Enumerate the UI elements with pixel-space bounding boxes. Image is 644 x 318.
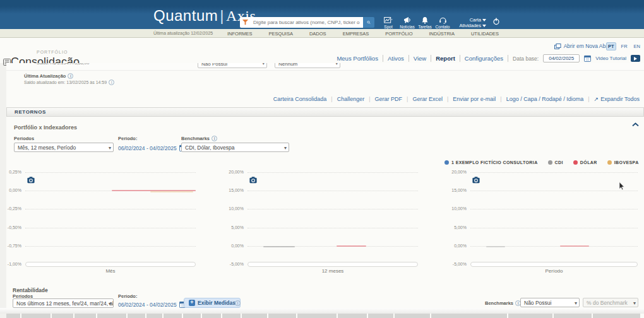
table-header-cell[interactable] xyxy=(146,314,162,318)
y-axis-tick-label: 15,00% xyxy=(218,188,244,192)
menubar-item-utilidades[interactable]: UTILIDADES xyxy=(471,31,499,37)
quick-item-noticias[interactable]: Notícias xyxy=(398,16,417,29)
exibir-medidas-button[interactable]: Exibir Medidas xyxy=(184,298,241,308)
section-eyebrow: PORTFÓLIO xyxy=(37,50,68,54)
quick-item-tarefas[interactable]: Tarefas xyxy=(415,16,434,29)
data-base-input[interactable] xyxy=(543,54,580,62)
rent-periodo-daterange[interactable]: 06/02/2024 - 04/02/2025 xyxy=(118,301,186,308)
table-header-cell[interactable] xyxy=(21,314,51,318)
table-header-cell[interactable] xyxy=(6,314,20,318)
table-header-cell[interactable] xyxy=(202,314,221,318)
tab-ativos[interactable]: Ativos xyxy=(388,55,404,62)
quick-item-spot[interactable]: Spot xyxy=(379,16,398,29)
info-icon[interactable] xyxy=(109,80,114,85)
rent-periodos-select[interactable]: Nos últimos 12 meses, fev/24, mar/24, ab… xyxy=(13,298,114,308)
legend-item-d-lar[interactable]: DÓLAR xyxy=(573,160,597,165)
y-axis-tick-label: 0,00% xyxy=(441,244,467,248)
table-header-cell[interactable] xyxy=(97,314,126,318)
play-button[interactable] xyxy=(631,55,640,62)
legend-label: DÓLAR xyxy=(580,160,597,165)
table-header-cell[interactable] xyxy=(128,314,145,318)
table-header-cell[interactable] xyxy=(222,314,241,318)
rent-benchmarks-select[interactable]: Não Possui xyxy=(520,298,580,307)
y-axis-tick-label: -5,00% xyxy=(441,262,467,266)
chart-export-camera-icon[interactable] xyxy=(249,175,257,186)
clipped-select-2[interactable]: Nenhum xyxy=(275,63,340,68)
table-header-cell[interactable] xyxy=(508,314,552,318)
y-axis-tick-label: -1,00% xyxy=(1,262,21,266)
chart-range-navigator[interactable] xyxy=(25,262,196,267)
periodo-daterange[interactable]: 06/02/2024 - 04/02/2025 xyxy=(118,144,186,151)
action-link-expandir-todos[interactable]: ↗Expandir Todos xyxy=(594,96,640,102)
tab-meus-portfólios[interactable]: Meus Portfólios xyxy=(337,55,378,62)
y-axis-tick-label: 15,00% xyxy=(441,188,467,192)
menubar-item-portfólio[interactable]: PORTFÓLIO xyxy=(385,31,412,37)
legend-item-cdi[interactable]: CDI xyxy=(548,160,563,165)
table-header-cell[interactable] xyxy=(75,314,96,318)
menubar-item-indústria[interactable]: INDÚSTRIA xyxy=(429,31,455,37)
info-icon[interactable] xyxy=(68,73,73,79)
action-link-gerar-excel[interactable]: Gerar Excel xyxy=(412,96,443,102)
series-line-segment xyxy=(337,245,366,247)
action-link-enviar-por-e-mail[interactable]: Enviar por e-mail xyxy=(453,96,496,102)
table-header-cell[interactable] xyxy=(164,314,182,318)
periodo-label: Período: xyxy=(118,136,137,141)
lang-button-fr[interactable]: FR xyxy=(620,43,629,50)
chart-x-axis-title: Período xyxy=(470,268,638,274)
action-link-gerar-pdf[interactable]: Gerar PDF xyxy=(375,96,403,102)
table-header-cell[interactable] xyxy=(431,314,507,318)
search-input[interactable] xyxy=(251,17,363,28)
quick-item-contato[interactable]: Contato xyxy=(433,16,452,29)
video-tutorial-link[interactable]: Video Tutorial xyxy=(595,56,626,61)
search-filter-button[interactable] xyxy=(240,17,251,28)
collapse-section-chevron[interactable] xyxy=(632,118,639,129)
legend-item-ibovespa[interactable]: IBOVESPA xyxy=(607,160,639,165)
action-link-challenger[interactable]: Challenger xyxy=(337,96,365,102)
table-header-cell[interactable] xyxy=(183,314,201,318)
info-icon[interactable] xyxy=(235,300,241,306)
table-header-cell[interactable] xyxy=(554,314,592,318)
menubar-item-empresas[interactable]: EMPRESAS xyxy=(343,31,369,37)
chart-export-camera-icon[interactable] xyxy=(27,175,35,186)
periodos-select[interactable]: Mês, 12 meses, Período xyxy=(14,143,114,152)
table-header-cell[interactable] xyxy=(395,314,430,318)
pct-benchmark-select[interactable]: % do Benchmark xyxy=(583,298,638,307)
table-header-cell[interactable] xyxy=(593,314,640,318)
headset-icon xyxy=(439,16,447,24)
menubar-item-dados[interactable]: DADOS xyxy=(309,31,326,37)
menubar-item-pesquisa[interactable]: PESQUISA xyxy=(269,31,293,37)
language-switcher: PTFREN xyxy=(606,42,641,50)
carta-menu[interactable]: Carta xyxy=(451,17,486,23)
tab-configurações[interactable]: Configurações xyxy=(465,55,503,62)
calendar-icon[interactable] xyxy=(584,55,591,62)
chart-range-navigator[interactable] xyxy=(247,262,418,267)
chart-gridline xyxy=(247,209,418,209)
table-header-cell[interactable] xyxy=(268,314,296,318)
action-link-logo-capa-rodap-idioma[interactable]: Logo / Capa / Rodapé / Idioma xyxy=(506,96,584,102)
tab-view[interactable]: View xyxy=(414,55,426,62)
menubar-item-informes[interactable]: INFORMES xyxy=(227,31,253,37)
action-link-carteira-consolidada[interactable]: Carteira Consolidada xyxy=(273,96,327,102)
y-axis-tick-label: -5,00% xyxy=(218,262,244,266)
lang-button-en[interactable]: EN xyxy=(633,43,641,50)
benchmarks-select[interactable]: CDI, Dólar, Ibovespa xyxy=(181,143,289,152)
table-header-cell[interactable] xyxy=(338,314,367,318)
legend-item-1-exemplo-fict-cio-consultoria[interactable]: 1 EXEMPLO FICTÍCIO CONSULTORIA xyxy=(444,160,538,165)
table-header-cell[interactable] xyxy=(242,314,267,318)
spot-chart-icon xyxy=(384,16,393,24)
tab-report[interactable]: Report xyxy=(436,55,455,62)
search-button[interactable] xyxy=(363,17,374,28)
rent-periodo-label: Período: xyxy=(118,293,137,299)
chart-export-camera-icon[interactable] xyxy=(472,175,480,186)
table-header-cell[interactable] xyxy=(297,314,337,318)
clipped-select-1[interactable]: Não Possui xyxy=(198,63,267,68)
open-new-tab-link[interactable]: Abrir em Nova Aba xyxy=(554,43,609,49)
retornos-section-header[interactable]: RETORNOS xyxy=(6,107,644,117)
link-separator: | xyxy=(326,96,337,102)
info-icon[interactable] xyxy=(212,136,217,141)
table-header-cell[interactable] xyxy=(368,314,393,318)
chart-range-navigator[interactable] xyxy=(470,262,638,267)
atividades-menu[interactable]: Atividades xyxy=(451,23,486,28)
table-header-cell[interactable] xyxy=(52,314,73,318)
lang-button-pt[interactable]: PT xyxy=(606,42,616,50)
